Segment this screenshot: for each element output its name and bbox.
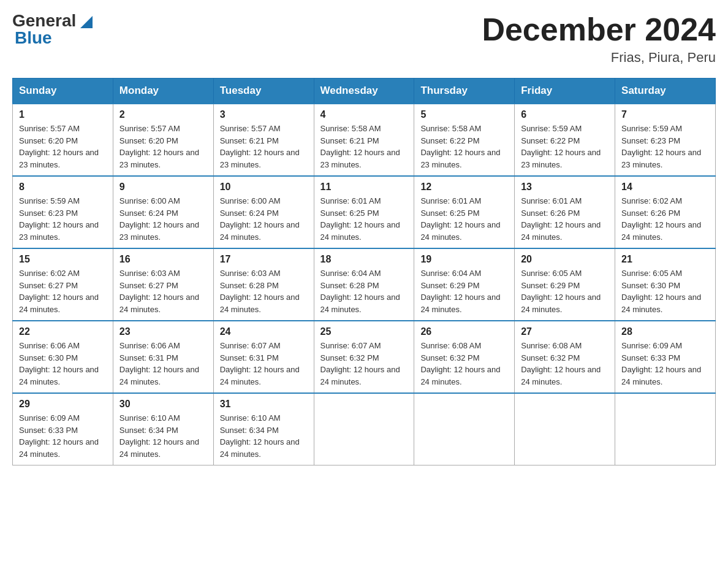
day-number: 22: [19, 326, 107, 337]
day-number: 14: [621, 182, 709, 193]
day-info: Sunrise: 6:01 AMSunset: 6:26 PMDaylight:…: [521, 195, 609, 243]
day-info: Sunrise: 5:57 AMSunset: 6:21 PMDaylight:…: [220, 123, 308, 170]
calendar-day-cell: 25Sunrise: 6:07 AMSunset: 6:32 PMDayligh…: [314, 321, 414, 393]
calendar-day-header: Monday: [113, 79, 213, 104]
day-info: Sunrise: 6:03 AMSunset: 6:27 PMDaylight:…: [119, 267, 207, 315]
calendar-day-cell: 23Sunrise: 6:06 AMSunset: 6:31 PMDayligh…: [113, 321, 213, 393]
calendar-day-cell: [314, 393, 414, 465]
calendar-day-cell: 11Sunrise: 6:01 AMSunset: 6:25 PMDayligh…: [314, 176, 414, 248]
calendar-day-cell: 7Sunrise: 5:59 AMSunset: 6:23 PMDaylight…: [615, 104, 716, 176]
day-info: Sunrise: 6:02 AMSunset: 6:26 PMDaylight:…: [621, 195, 709, 243]
day-number: 11: [320, 182, 408, 193]
day-number: 26: [420, 326, 508, 337]
calendar-day-cell: 21Sunrise: 6:05 AMSunset: 6:30 PMDayligh…: [615, 248, 716, 321]
day-number: 7: [621, 109, 709, 120]
logo-general-text: General: [12, 12, 76, 29]
day-info: Sunrise: 6:06 AMSunset: 6:30 PMDaylight:…: [19, 340, 107, 388]
day-info: Sunrise: 6:09 AMSunset: 6:33 PMDaylight:…: [621, 340, 709, 388]
calendar-day-cell: 31Sunrise: 6:10 AMSunset: 6:34 PMDayligh…: [213, 393, 314, 465]
calendar-day-cell: 13Sunrise: 6:01 AMSunset: 6:26 PMDayligh…: [515, 176, 615, 248]
day-info: Sunrise: 6:08 AMSunset: 6:32 PMDaylight:…: [420, 340, 508, 388]
day-number: 18: [320, 254, 408, 265]
calendar-day-cell: 10Sunrise: 6:00 AMSunset: 6:24 PMDayligh…: [213, 176, 314, 248]
day-number: 2: [119, 109, 207, 120]
calendar-day-cell: 4Sunrise: 5:58 AMSunset: 6:21 PMDaylight…: [314, 104, 414, 176]
logo: General Blue: [12, 12, 96, 47]
day-number: 15: [19, 254, 107, 265]
calendar-day-cell: 19Sunrise: 6:04 AMSunset: 6:29 PMDayligh…: [414, 248, 515, 321]
day-info: Sunrise: 6:00 AMSunset: 6:24 PMDaylight:…: [119, 195, 207, 243]
calendar-day-cell: 20Sunrise: 6:05 AMSunset: 6:29 PMDayligh…: [515, 248, 615, 321]
day-number: 28: [621, 326, 709, 337]
svg-marker-0: [80, 16, 93, 28]
calendar-day-header: Wednesday: [314, 79, 414, 104]
day-number: 31: [220, 399, 308, 410]
calendar-day-cell: 6Sunrise: 5:59 AMSunset: 6:22 PMDaylight…: [515, 104, 615, 176]
calendar-day-cell: 26Sunrise: 6:08 AMSunset: 6:32 PMDayligh…: [414, 321, 515, 393]
day-info: Sunrise: 6:04 AMSunset: 6:29 PMDaylight:…: [420, 267, 508, 315]
location-subtitle: Frias, Piura, Peru: [482, 50, 716, 66]
calendar-day-cell: [615, 393, 716, 465]
calendar-day-header: Tuesday: [213, 79, 314, 104]
day-number: 17: [220, 254, 308, 265]
calendar-day-header: Saturday: [615, 79, 716, 104]
day-info: Sunrise: 5:58 AMSunset: 6:22 PMDaylight:…: [420, 123, 508, 170]
day-info: Sunrise: 6:08 AMSunset: 6:32 PMDaylight:…: [521, 340, 609, 388]
calendar-day-cell: 1Sunrise: 5:57 AMSunset: 6:20 PMDaylight…: [13, 104, 113, 176]
calendar-week-row: 15Sunrise: 6:02 AMSunset: 6:27 PMDayligh…: [13, 248, 716, 321]
day-number: 4: [320, 109, 408, 120]
day-number: 5: [420, 109, 508, 120]
calendar-day-header: Thursday: [414, 79, 515, 104]
page-header: General Blue December 2024 Frias, Piura,…: [12, 12, 716, 66]
day-info: Sunrise: 6:03 AMSunset: 6:28 PMDaylight:…: [220, 267, 308, 315]
calendar-day-cell: 14Sunrise: 6:02 AMSunset: 6:26 PMDayligh…: [615, 176, 716, 248]
calendar-day-cell: 18Sunrise: 6:04 AMSunset: 6:28 PMDayligh…: [314, 248, 414, 321]
calendar-day-cell: 8Sunrise: 5:59 AMSunset: 6:23 PMDaylight…: [13, 176, 113, 248]
day-info: Sunrise: 6:10 AMSunset: 6:34 PMDaylight:…: [119, 412, 207, 460]
calendar-day-cell: 29Sunrise: 6:09 AMSunset: 6:33 PMDayligh…: [13, 393, 113, 465]
day-info: Sunrise: 6:05 AMSunset: 6:29 PMDaylight:…: [521, 267, 609, 315]
day-info: Sunrise: 5:58 AMSunset: 6:21 PMDaylight:…: [320, 123, 408, 170]
calendar-week-row: 8Sunrise: 5:59 AMSunset: 6:23 PMDaylight…: [13, 176, 716, 248]
day-number: 6: [521, 109, 609, 120]
logo-triangle-icon: [77, 11, 96, 29]
calendar-day-cell: 5Sunrise: 5:58 AMSunset: 6:22 PMDaylight…: [414, 104, 515, 176]
day-info: Sunrise: 6:02 AMSunset: 6:27 PMDaylight:…: [19, 267, 107, 315]
day-info: Sunrise: 5:59 AMSunset: 6:23 PMDaylight:…: [621, 123, 709, 170]
day-number: 27: [521, 326, 609, 337]
calendar-day-cell: 12Sunrise: 6:01 AMSunset: 6:25 PMDayligh…: [414, 176, 515, 248]
day-number: 16: [119, 254, 207, 265]
day-info: Sunrise: 5:57 AMSunset: 6:20 PMDaylight:…: [119, 123, 207, 170]
day-info: Sunrise: 6:04 AMSunset: 6:28 PMDaylight:…: [320, 267, 408, 315]
calendar-day-cell: 16Sunrise: 6:03 AMSunset: 6:27 PMDayligh…: [113, 248, 213, 321]
day-info: Sunrise: 6:06 AMSunset: 6:31 PMDaylight:…: [119, 340, 207, 388]
calendar-week-row: 29Sunrise: 6:09 AMSunset: 6:33 PMDayligh…: [13, 393, 716, 465]
day-number: 10: [220, 182, 308, 193]
calendar-day-cell: 9Sunrise: 6:00 AMSunset: 6:24 PMDaylight…: [113, 176, 213, 248]
calendar-day-cell: [515, 393, 615, 465]
day-number: 29: [19, 399, 107, 410]
day-number: 30: [119, 399, 207, 410]
day-number: 8: [19, 182, 107, 193]
day-info: Sunrise: 6:01 AMSunset: 6:25 PMDaylight:…: [320, 195, 408, 243]
day-info: Sunrise: 6:00 AMSunset: 6:24 PMDaylight:…: [220, 195, 308, 243]
day-number: 20: [521, 254, 609, 265]
day-number: 25: [320, 326, 408, 337]
title-block: December 2024 Frias, Piura, Peru: [482, 12, 716, 66]
calendar-day-cell: 15Sunrise: 6:02 AMSunset: 6:27 PMDayligh…: [13, 248, 113, 321]
calendar-week-row: 1Sunrise: 5:57 AMSunset: 6:20 PMDaylight…: [13, 104, 716, 176]
calendar-day-cell: 30Sunrise: 6:10 AMSunset: 6:34 PMDayligh…: [113, 393, 213, 465]
day-number: 24: [220, 326, 308, 337]
day-info: Sunrise: 6:10 AMSunset: 6:34 PMDaylight:…: [220, 412, 308, 460]
logo-blue-text: Blue: [12, 29, 96, 47]
day-number: 19: [420, 254, 508, 265]
day-number: 23: [119, 326, 207, 337]
calendar-day-cell: 3Sunrise: 5:57 AMSunset: 6:21 PMDaylight…: [213, 104, 314, 176]
day-info: Sunrise: 6:07 AMSunset: 6:31 PMDaylight:…: [220, 340, 308, 388]
calendar-header-row: SundayMondayTuesdayWednesdayThursdayFrid…: [13, 79, 716, 104]
month-title: December 2024: [482, 12, 716, 47]
calendar-day-cell: 2Sunrise: 5:57 AMSunset: 6:20 PMDaylight…: [113, 104, 213, 176]
day-number: 3: [220, 109, 308, 120]
day-number: 12: [420, 182, 508, 193]
day-number: 9: [119, 182, 207, 193]
